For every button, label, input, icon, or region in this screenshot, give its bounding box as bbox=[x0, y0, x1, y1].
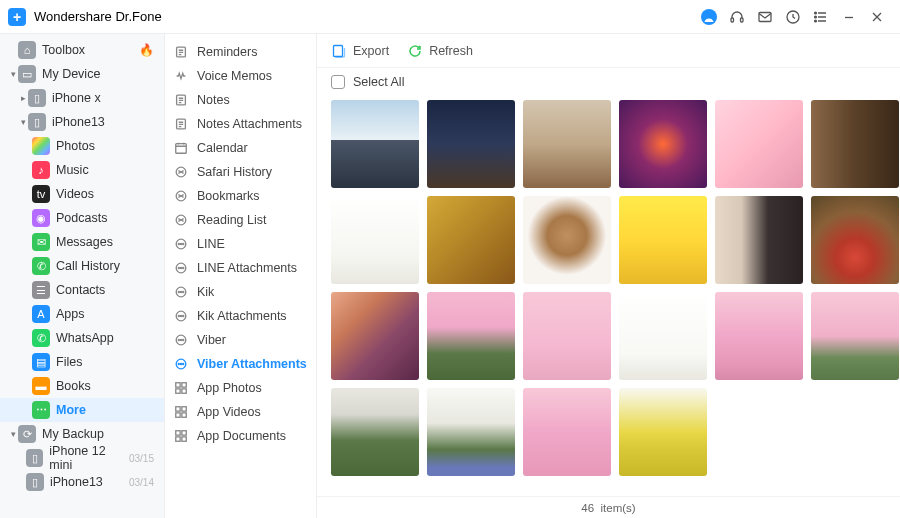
sidebar-call[interactable]: ✆Call History bbox=[0, 254, 164, 278]
chevron-down-icon: ▾ bbox=[18, 117, 28, 127]
sidebar-more[interactable]: ⋯More bbox=[0, 398, 164, 422]
chevron-down-icon: ▾ bbox=[8, 69, 18, 79]
thumbnail[interactable] bbox=[331, 388, 419, 476]
category-reading[interactable]: Reading List bbox=[165, 208, 316, 232]
category-viber[interactable]: Viber bbox=[165, 328, 316, 352]
select-all-checkbox[interactable] bbox=[331, 75, 345, 89]
sidebar-iphone13[interactable]: ▾▯ iPhone13 bbox=[0, 110, 164, 134]
export-icon bbox=[331, 43, 347, 59]
thumbnail[interactable] bbox=[619, 196, 707, 284]
category-voicememos[interactable]: Voice Memos bbox=[165, 64, 316, 88]
flame-icon: 🔥 bbox=[139, 43, 154, 57]
svg-point-29 bbox=[178, 315, 179, 316]
thumbnail[interactable] bbox=[811, 196, 899, 284]
thumbnail[interactable] bbox=[523, 292, 611, 380]
sidebar-photos[interactable]: Photos bbox=[0, 134, 164, 158]
account-icon[interactable] bbox=[696, 4, 722, 30]
whatsapp-icon: ✆ bbox=[32, 329, 50, 347]
category-kik[interactable]: Kik bbox=[165, 280, 316, 304]
thumbnail[interactable] bbox=[427, 388, 515, 476]
thumbnail[interactable] bbox=[715, 292, 803, 380]
list-icon[interactable] bbox=[808, 4, 834, 30]
svg-point-31 bbox=[183, 315, 184, 316]
chevron-down-icon: ▾ bbox=[8, 429, 18, 439]
more-icon: ⋯ bbox=[32, 401, 50, 419]
thumbnail[interactable] bbox=[619, 292, 707, 380]
sidebar-backup-2[interactable]: ▯iPhone1303/14 bbox=[0, 470, 164, 494]
backup-date: 03/15 bbox=[129, 453, 154, 464]
sidebar-mydevice[interactable]: ▾▭ My Device bbox=[0, 62, 164, 86]
svg-point-39 bbox=[183, 363, 184, 364]
sidebar-toolbox[interactable]: ⌂ Toolbox 🔥 bbox=[0, 38, 164, 62]
calendar-icon bbox=[173, 140, 189, 156]
category-viberatt[interactable]: Viber Attachments bbox=[165, 352, 316, 376]
thumbnail[interactable] bbox=[427, 292, 515, 380]
refresh-label: Refresh bbox=[429, 44, 473, 58]
sidebar-podcasts[interactable]: ◉Podcasts bbox=[0, 206, 164, 230]
thumbnail[interactable] bbox=[715, 196, 803, 284]
thumbnail[interactable] bbox=[523, 196, 611, 284]
select-all-row: Select All bbox=[317, 68, 900, 96]
select-all-label: Select All bbox=[353, 75, 404, 89]
thumbnail[interactable] bbox=[619, 388, 707, 476]
category-bookmarks[interactable]: Bookmarks bbox=[165, 184, 316, 208]
books-icon: ▬ bbox=[32, 377, 50, 395]
thumbnail[interactable] bbox=[427, 196, 515, 284]
svg-point-21 bbox=[178, 267, 179, 268]
headset-icon[interactable] bbox=[724, 4, 750, 30]
category-appphotos[interactable]: App Photos bbox=[165, 376, 316, 400]
category-label: Kik bbox=[197, 285, 214, 299]
svg-point-23 bbox=[183, 267, 184, 268]
sidebar-label: Files bbox=[56, 355, 82, 369]
sidebar-mybackup[interactable]: ▾⟳ My Backup bbox=[0, 422, 164, 446]
viberatt-icon bbox=[173, 356, 189, 372]
export-label: Export bbox=[353, 44, 389, 58]
svg-rect-41 bbox=[182, 383, 186, 387]
sidebar-backup-1[interactable]: ▯iPhone 12 mini03/15 bbox=[0, 446, 164, 470]
thumbnail[interactable] bbox=[331, 292, 419, 380]
history-icon[interactable] bbox=[780, 4, 806, 30]
category-label: Bookmarks bbox=[197, 189, 260, 203]
thumbnail[interactable] bbox=[331, 100, 419, 188]
sidebar-messages[interactable]: ✉Messages bbox=[0, 230, 164, 254]
sidebar-files[interactable]: ▤Files bbox=[0, 350, 164, 374]
sidebar-label: Messages bbox=[56, 235, 113, 249]
category-label: App Photos bbox=[197, 381, 262, 395]
category-calendar[interactable]: Calendar bbox=[165, 136, 316, 160]
sidebar-videos[interactable]: tvVideos bbox=[0, 182, 164, 206]
category-safari[interactable]: Safari History bbox=[165, 160, 316, 184]
category-kikatt[interactable]: Kik Attachments bbox=[165, 304, 316, 328]
thumbnail[interactable] bbox=[811, 100, 899, 188]
thumbnail[interactable] bbox=[715, 100, 803, 188]
category-line[interactable]: LINE bbox=[165, 232, 316, 256]
thumbnail[interactable] bbox=[523, 388, 611, 476]
sidebar-label: My Device bbox=[42, 67, 100, 81]
backup-date: 03/14 bbox=[129, 477, 154, 488]
category-lineatt[interactable]: LINE Attachments bbox=[165, 256, 316, 280]
thumbnail[interactable] bbox=[427, 100, 515, 188]
category-appvideos[interactable]: App Videos bbox=[165, 400, 316, 424]
sidebar-whatsapp[interactable]: ✆WhatsApp bbox=[0, 326, 164, 350]
refresh-button[interactable]: Refresh bbox=[407, 43, 473, 59]
sidebar-books[interactable]: ▬Books bbox=[0, 374, 164, 398]
sidebar-contacts[interactable]: ☰Contacts bbox=[0, 278, 164, 302]
close-icon[interactable] bbox=[864, 4, 890, 30]
category-notes[interactable]: Notes bbox=[165, 88, 316, 112]
sidebar-music[interactable]: ♪Music bbox=[0, 158, 164, 182]
sidebar-label: iPhone13 bbox=[52, 115, 105, 129]
reminders-icon bbox=[173, 44, 189, 60]
minimize-icon[interactable] bbox=[836, 4, 862, 30]
thumbnail[interactable] bbox=[619, 100, 707, 188]
sidebar-iphonex[interactable]: ▸▯ iPhone x bbox=[0, 86, 164, 110]
thumbnail[interactable] bbox=[811, 292, 899, 380]
category-notesatt[interactable]: Notes Attachments bbox=[165, 112, 316, 136]
thumbnail[interactable] bbox=[523, 100, 611, 188]
notesatt-icon bbox=[173, 116, 189, 132]
category-appdocs[interactable]: App Documents bbox=[165, 424, 316, 448]
sidebar-apps[interactable]: AApps bbox=[0, 302, 164, 326]
category-reminders[interactable]: Reminders bbox=[165, 40, 316, 64]
grid-scroll[interactable] bbox=[317, 96, 900, 496]
thumbnail[interactable] bbox=[331, 196, 419, 284]
mail-icon[interactable] bbox=[752, 4, 778, 30]
export-button[interactable]: Export bbox=[331, 43, 389, 59]
